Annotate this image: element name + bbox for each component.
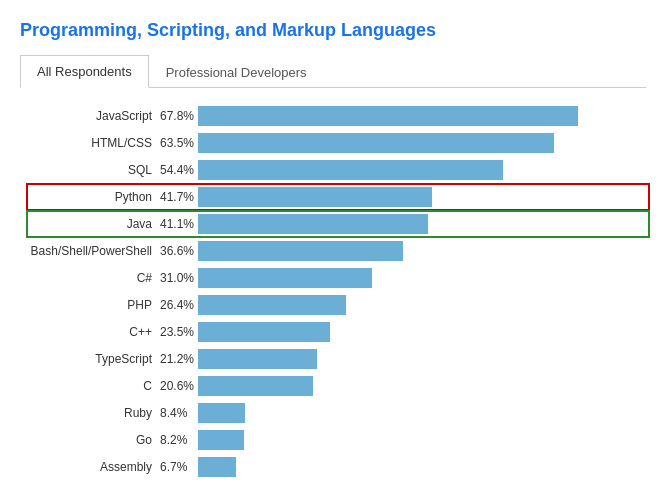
bar-row: Bash/Shell/PowerShell 36.6% (30, 241, 646, 261)
bar-pct: 41.7% (160, 190, 198, 204)
bar-label: Ruby (30, 406, 160, 420)
bar-pct: 67.8% (160, 109, 198, 123)
bar-track (198, 106, 646, 126)
bar-track (198, 187, 646, 207)
tab-professional-developers[interactable]: Professional Developers (149, 55, 324, 88)
bar-pct: 31.0% (160, 271, 198, 285)
bar-label: Java (30, 217, 160, 231)
bar-row: Python 41.7% (30, 187, 646, 207)
tab-bar: All Respondents Professional Developers (20, 55, 646, 88)
bar-row: JavaScript 67.8% (30, 106, 646, 126)
bar-row: C# 31.0% (30, 268, 646, 288)
bar-label: SQL (30, 163, 160, 177)
bar-track (198, 295, 646, 315)
bar-fill (198, 187, 432, 207)
bar-fill (198, 241, 403, 261)
bar-track (198, 376, 646, 396)
bar-label: JavaScript (30, 109, 160, 123)
bar-track (198, 214, 646, 234)
bar-row: PHP 26.4% (30, 295, 646, 315)
bar-chart: JavaScript 67.8% HTML/CSS 63.5% SQL 54.4… (20, 106, 646, 477)
bar-label: C# (30, 271, 160, 285)
bar-fill (198, 106, 578, 126)
bar-label: Assembly (30, 460, 160, 474)
bar-track (198, 268, 646, 288)
bar-pct: 63.5% (160, 136, 198, 150)
bar-pct: 41.1% (160, 217, 198, 231)
bar-fill (198, 457, 236, 477)
bar-fill (198, 160, 503, 180)
bar-track (198, 457, 646, 477)
bar-fill (198, 376, 313, 396)
bar-fill (198, 295, 346, 315)
bar-label: Bash/Shell/PowerShell (30, 244, 160, 258)
bar-label: TypeScript (30, 352, 160, 366)
bar-pct: 21.2% (160, 352, 198, 366)
bar-track (198, 322, 646, 342)
bar-row: Ruby 8.4% (30, 403, 646, 423)
bar-label: Go (30, 433, 160, 447)
bar-label: C++ (30, 325, 160, 339)
bar-track (198, 160, 646, 180)
bar-fill (198, 430, 244, 450)
bar-label: PHP (30, 298, 160, 312)
bar-fill (198, 322, 330, 342)
bar-track (198, 403, 646, 423)
bar-pct: 6.7% (160, 460, 198, 474)
bar-row: Assembly 6.7% (30, 457, 646, 477)
bar-label: C (30, 379, 160, 393)
bar-pct: 8.2% (160, 433, 198, 447)
bar-pct: 54.4% (160, 163, 198, 177)
bar-row: Go 8.2% (30, 430, 646, 450)
tab-all-respondents[interactable]: All Respondents (20, 55, 149, 88)
bar-pct: 23.5% (160, 325, 198, 339)
bar-label: HTML/CSS (30, 136, 160, 150)
bar-fill (198, 214, 428, 234)
bar-pct: 36.6% (160, 244, 198, 258)
bar-fill (198, 268, 372, 288)
bar-pct: 20.6% (160, 379, 198, 393)
bar-fill (198, 403, 245, 423)
chart-title: Programming, Scripting, and Markup Langu… (20, 20, 646, 41)
bar-label: Python (30, 190, 160, 204)
bar-track (198, 241, 646, 261)
bar-pct: 26.4% (160, 298, 198, 312)
bar-row: HTML/CSS 63.5% (30, 133, 646, 153)
bar-row: TypeScript 21.2% (30, 349, 646, 369)
bar-track (198, 349, 646, 369)
bar-pct: 8.4% (160, 406, 198, 420)
bar-fill (198, 133, 554, 153)
bar-row: SQL 54.4% (30, 160, 646, 180)
bar-track (198, 430, 646, 450)
bar-track (198, 133, 646, 153)
bar-row: C++ 23.5% (30, 322, 646, 342)
bar-fill (198, 349, 317, 369)
bar-row: Java 41.1% (30, 214, 646, 234)
bar-row: C 20.6% (30, 376, 646, 396)
